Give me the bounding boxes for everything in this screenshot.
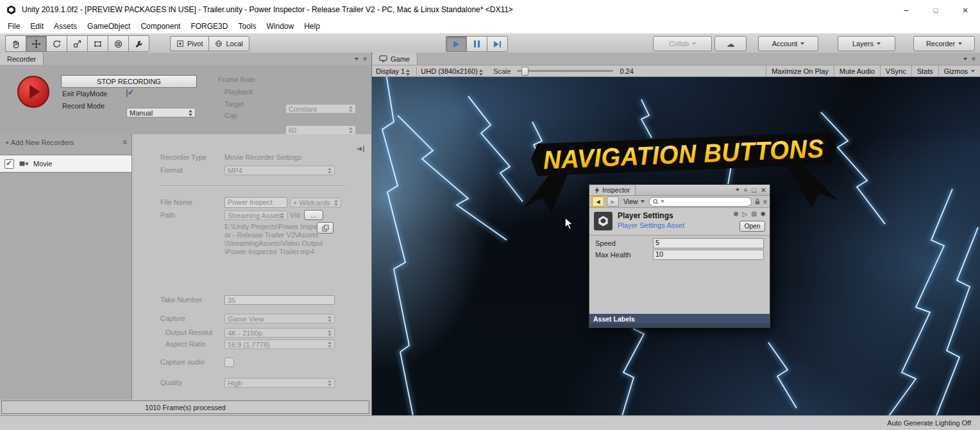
external-link-icon [322,225,329,232]
menu-tools[interactable]: Tools [233,19,261,33]
stats-toggle[interactable]: Stats [911,65,938,76]
asset-labels-bar[interactable]: Asset Labels [589,314,770,323]
tab-game[interactable]: Game [372,53,418,65]
transform-tool-button[interactable] [108,35,128,52]
speed-field[interactable]: 5 [653,238,764,248]
maximize-on-play-toggle[interactable]: Maximize On Play [766,65,834,76]
minimize-button[interactable] [891,0,921,19]
lock-icon[interactable] [754,198,761,205]
pause-button[interactable] [466,36,487,52]
format-label: Format [160,166,224,174]
exit-playmode-label: Exit PlayMode [62,90,107,98]
output-resolution-dropdown[interactable]: 4K - 2160p [224,328,335,338]
movie-enabled-checkbox[interactable] [4,159,14,169]
debug-play-icon[interactable] [743,211,748,218]
menu-help[interactable]: Help [299,19,325,33]
panel-dropdown-icon[interactable] [355,58,359,60]
menu-window[interactable]: Window [261,19,299,33]
window-controls [891,0,980,19]
wildcards-label: + Wildcards [293,199,330,207]
resolution-dropdown[interactable]: UHD (3840x2160) [416,67,489,75]
max-health-value: 10 [655,250,663,258]
layers-button[interactable]: Layers [838,36,895,51]
rect-tool-button[interactable] [87,35,108,52]
record-button[interactable] [17,76,49,108]
gizmos-dropdown[interactable]: Gizmos [938,65,980,76]
vsync-toggle[interactable]: VSync [880,65,911,76]
unity-editor-window: Unity 2019.1.0f2 - [PREVIEW PACKAGES IN … [0,0,980,430]
recorder-tabbar: Recorder [0,53,371,65]
reveal-in-explorer-button[interactable] [317,222,334,234]
stop-recording-label: STOP RECORDING [97,78,161,85]
panel-menu-icon[interactable] [363,55,367,62]
path-inline-text: Vid [290,211,300,219]
menu-component[interactable]: Component [135,19,185,33]
take-number-field[interactable]: 35 [224,295,335,305]
back-button[interactable]: ◀ [592,196,604,207]
maximize-button[interactable] [921,0,950,19]
capture-dropdown[interactable]: Game View [224,314,335,323]
scale-slider[interactable] [517,65,613,76]
step-button[interactable] [487,36,508,52]
panel-menu-icon[interactable] [972,55,976,62]
custom-tool-button[interactable] [128,35,149,52]
inspector-tab[interactable]: Inspector [589,185,636,195]
add-new-recorders-label[interactable]: + Add New Recorders [5,139,74,146]
recorder-type-value: Movie Recorder Settings [224,153,301,161]
inspector-menu-icon[interactable] [744,187,747,193]
inspector-close-icon[interactable] [761,186,766,194]
browse-button[interactable]: ... [304,210,323,220]
max-health-field[interactable]: 10 [653,250,764,260]
menu-forge3d[interactable]: FORGE3D [185,19,233,33]
close-button[interactable] [950,0,980,19]
asset-subtitle-link[interactable]: Player Settings Asset [618,221,684,229]
inspector-float-icon[interactable] [752,186,756,194]
hand-tool-button[interactable] [5,35,26,52]
record-mode-dropdown[interactable]: Manual [126,108,196,117]
layout-recorder-button[interactable]: Recorder [913,36,975,51]
play-button[interactable] [446,36,466,52]
aspect-ratio-dropdown[interactable]: 16:9 (1.7778) [224,340,335,349]
scale-tool-button[interactable] [67,35,87,52]
stop-recording-button[interactable]: STOP RECORDING [61,75,197,88]
presets-icon[interactable] [733,211,738,218]
path-root-dropdown[interactable]: Streaming Assets [224,211,287,220]
account-button[interactable]: Account [758,36,818,51]
open-button[interactable]: Open [739,221,765,232]
pivot-toggle-button[interactable]: Pivot [170,36,208,51]
cloud-button[interactable] [714,36,747,51]
menu-edit[interactable]: Edit [25,19,49,33]
file-name-field[interactable]: Power Inspect [224,197,287,208]
playback-dropdown[interactable]: Constant [285,104,356,114]
scale-slider-track [517,70,613,72]
target-dropdown[interactable]: 60 [285,125,356,135]
panel-dropdown-icon[interactable] [963,58,967,60]
exit-playmode-checkbox[interactable] [126,89,128,98]
mute-audio-toggle[interactable]: Mute Audio [834,65,880,76]
tab-recorder[interactable]: Recorder [0,53,44,65]
display-dropdown[interactable]: Display 1 [372,67,416,75]
gear-icon[interactable] [761,211,766,218]
capture-audio-checkbox[interactable] [224,357,234,367]
search-input[interactable] [649,197,752,207]
recorder-list-item-movie[interactable]: Movie [0,155,131,173]
menu-file[interactable]: File [3,19,25,33]
inspector-dropdown-icon[interactable] [736,189,739,191]
split-view-icon[interactable] [751,211,756,218]
format-dropdown[interactable]: MP4 [224,166,335,175]
quality-dropdown[interactable]: High [224,378,335,388]
move-tool-button[interactable] [26,35,46,52]
scale-slider-thumb[interactable] [521,67,528,76]
unity-asset-icon [594,212,612,230]
collab-button[interactable]: Collab [653,36,712,51]
forward-button[interactable]: ▶ [607,196,619,207]
menu-assets[interactable]: Assets [49,19,82,33]
inspector-context-menu-icon[interactable] [763,198,767,205]
wildcards-dropdown[interactable]: + Wildcards [290,198,341,207]
list-menu-icon[interactable] [123,138,127,146]
menu-gameobject[interactable]: GameObject [82,19,135,33]
rotate-tool-button[interactable] [46,35,67,52]
take-number-label: Take Number [160,296,224,304]
local-toggle-button[interactable]: Local [208,36,249,51]
view-dropdown[interactable]: View [621,198,646,205]
